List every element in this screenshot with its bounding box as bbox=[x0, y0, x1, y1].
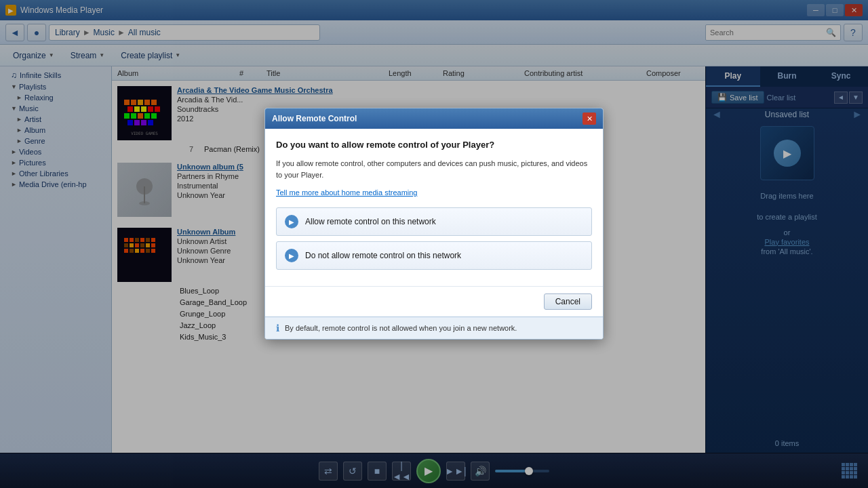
info-icon: ℹ bbox=[276, 323, 279, 333]
deny-option-icon: ▶ bbox=[285, 249, 298, 262]
dialog-titlebar: Allow Remote Control ✕ bbox=[265, 108, 603, 129]
app-window: ◄ ● Library ► Music ► All music 🔍 ? Orga… bbox=[0, 20, 868, 488]
dialog-question: Do you want to allow remote control of y… bbox=[276, 140, 592, 150]
dialog-close-button[interactable]: ✕ bbox=[583, 113, 596, 125]
dialog-learn-more-link[interactable]: Tell me more about home media streaming bbox=[276, 188, 592, 197]
dialog-overlay: Allow Remote Control ✕ Do you want to al… bbox=[0, 0, 868, 488]
cancel-button[interactable]: Cancel bbox=[544, 293, 592, 310]
dialog-body: Do you want to allow remote control of y… bbox=[265, 129, 603, 286]
dialog-option-allow[interactable]: ▶ Allow remote control on this network bbox=[276, 207, 592, 236]
allow-option-icon: ▶ bbox=[285, 215, 298, 228]
dialog-description: If you allow remote control, other compu… bbox=[276, 158, 592, 180]
deny-option-text: Do not allow remote control on this netw… bbox=[305, 251, 461, 260]
allow-remote-control-dialog: Allow Remote Control ✕ Do you want to al… bbox=[264, 108, 604, 340]
dialog-info-bar: ℹ By default, remote control is not allo… bbox=[265, 317, 603, 339]
dialog-title: Allow Remote Control bbox=[272, 114, 357, 123]
dialog-footer: Cancel bbox=[265, 286, 603, 317]
info-text: By default, remote control is not allowe… bbox=[285, 324, 517, 332]
allow-option-text: Allow remote control on this network bbox=[305, 217, 436, 226]
dialog-option-deny[interactable]: ▶ Do not allow remote control on this ne… bbox=[276, 241, 592, 270]
